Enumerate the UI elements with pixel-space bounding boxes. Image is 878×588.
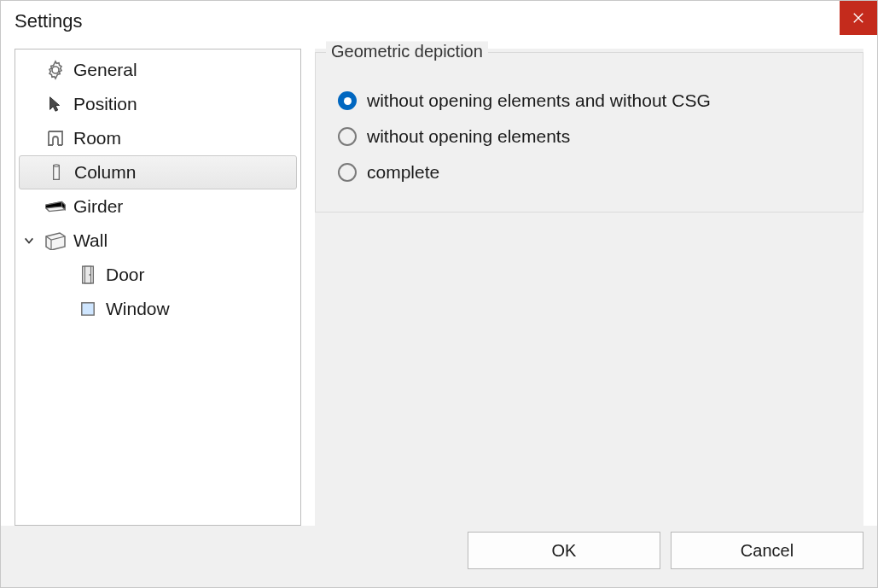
tree-item-wall[interactable]: Wall — [15, 224, 300, 258]
tree-label: Wall — [73, 230, 108, 251]
radio-indicator — [338, 163, 357, 182]
window-icon — [77, 298, 99, 320]
titlebar: Settings — [1, 1, 877, 42]
wall-icon — [44, 230, 67, 252]
radio-complete[interactable]: complete — [338, 162, 840, 183]
cursor-icon — [44, 93, 67, 115]
close-button[interactable] — [840, 1, 877, 35]
tree-label: Window — [106, 299, 170, 319]
tree-label: Door — [106, 265, 145, 285]
settings-content-area: Geometric depiction without opening elem… — [315, 49, 863, 526]
geometric-depiction-group: Geometric depiction without opening elem… — [315, 52, 863, 212]
dialog-button-row: OK Cancel — [1, 526, 877, 587]
close-icon — [852, 12, 864, 24]
radio-without-opening-and-csg[interactable]: without opening elements and without CSG — [338, 90, 840, 111]
svg-rect-5 — [82, 303, 94, 315]
column-icon — [45, 161, 67, 183]
group-title: Geometric depiction — [326, 42, 488, 61]
settings-dialog: Settings General Position — [0, 0, 878, 588]
cancel-button[interactable]: Cancel — [671, 532, 863, 569]
dialog-title: Settings — [15, 10, 83, 32]
tree-item-column[interactable]: Column — [19, 155, 297, 189]
girder-icon — [44, 195, 67, 218]
dialog-body: General Position Room — [1, 42, 877, 526]
tree-item-door[interactable]: Door — [15, 258, 300, 292]
tree-label: Position — [73, 94, 137, 114]
tree-label: Girder — [73, 196, 123, 217]
tree-item-window[interactable]: Window — [15, 292, 300, 326]
category-tree[interactable]: General Position Room — [15, 49, 301, 526]
chevron-down-icon[interactable] — [20, 235, 38, 247]
gear-icon — [44, 59, 67, 81]
tree-item-room[interactable]: Room — [15, 121, 300, 155]
tree-label: Column — [74, 162, 136, 183]
svg-rect-0 — [54, 166, 60, 180]
tree-item-general[interactable]: General — [15, 53, 300, 87]
content-panel: Geometric depiction without opening elem… — [315, 49, 863, 370]
radio-without-opening[interactable]: without opening elements — [338, 126, 840, 147]
button-label: OK — [552, 541, 577, 561]
radio-label: complete — [367, 162, 439, 183]
tree-label: General — [73, 60, 137, 80]
room-icon — [44, 127, 67, 149]
radio-label: without opening elements and without CSG — [367, 90, 711, 111]
ok-button[interactable]: OK — [468, 532, 660, 569]
radio-indicator — [338, 91, 357, 110]
radio-label: without opening elements — [367, 126, 570, 147]
door-icon — [77, 264, 99, 286]
svg-point-4 — [89, 274, 90, 276]
tree-item-girder[interactable]: Girder — [15, 189, 300, 224]
radio-indicator — [338, 127, 357, 146]
button-label: Cancel — [741, 541, 794, 561]
tree-label: Room — [73, 128, 121, 148]
tree-item-position[interactable]: Position — [15, 87, 300, 121]
svg-point-1 — [54, 165, 60, 166]
